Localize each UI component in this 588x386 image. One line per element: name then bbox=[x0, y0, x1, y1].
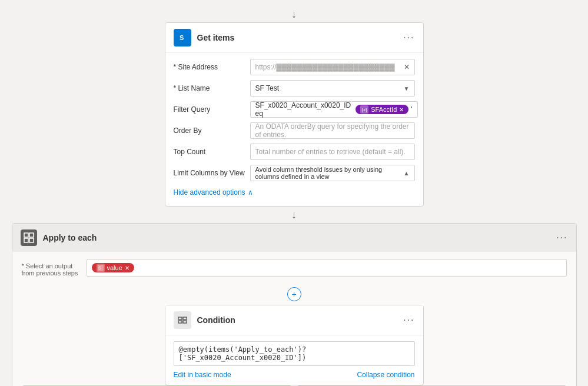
condition-expression[interactable]: @empty(items('Apply_to_each')?['SF_x0020… bbox=[174, 341, 415, 366]
filter-query-label: Filter Query bbox=[174, 105, 250, 114]
limit-columns-label: Limit Columns by View bbox=[174, 169, 250, 177]
list-name-input[interactable]: SF Test ▼ bbox=[250, 80, 415, 96]
apply-each-svg bbox=[24, 232, 34, 243]
limit-columns-value: Avoid column threshold issues by only us… bbox=[255, 166, 404, 180]
get-items-header: S Get items ··· bbox=[165, 23, 423, 53]
value-token-icon: S bbox=[97, 264, 105, 272]
get-items-card: S Get items ··· * Site Address https://▓… bbox=[165, 22, 424, 207]
token-label: SFAcctId bbox=[371, 106, 397, 113]
top-count-placeholder: Total number of entries to retrieve (def… bbox=[255, 148, 406, 156]
hide-advanced-btn[interactable]: Hide advanced options ∧ bbox=[174, 186, 415, 200]
filter-query-text: SF_x0020_Account_x0020_ID eq bbox=[255, 101, 351, 118]
token-close[interactable]: ✕ bbox=[399, 107, 404, 113]
condition-menu[interactable]: ··· bbox=[403, 315, 414, 325]
site-address-value: https://▓▓▓▓▓▓▓▓▓▓▓▓▓▓▓▓▓▓▓▓▓▓▓ bbox=[255, 63, 395, 71]
edit-basic-mode-link[interactable]: Edit in basic mode bbox=[174, 371, 231, 379]
condition-body: @empty(items('Apply_to_each')?['SF_x0020… bbox=[165, 335, 423, 385]
svg-text:S: S bbox=[180, 34, 184, 41]
svg-rect-3 bbox=[29, 233, 34, 237]
svg-rect-9 bbox=[183, 317, 187, 320]
svg-rect-5 bbox=[29, 238, 34, 242]
limit-columns-dropdown-arrow[interactable]: ▲ bbox=[404, 170, 410, 177]
top-count-label: Top Count bbox=[174, 148, 250, 156]
apply-each-container: Apply to each ··· * Select an output fro… bbox=[12, 223, 577, 386]
apply-each-title: Apply to each bbox=[43, 233, 557, 242]
limit-columns-row: Limit Columns by View Avoid column thres… bbox=[174, 165, 415, 181]
svg-rect-4 bbox=[24, 238, 28, 242]
apply-each-menu[interactable]: ··· bbox=[556, 232, 567, 243]
top-count-input[interactable]: Total number of entries to retrieve (def… bbox=[250, 144, 415, 160]
site-address-label: * Site Address bbox=[174, 63, 250, 71]
svg-rect-11 bbox=[183, 321, 187, 323]
token-icon: {x} bbox=[360, 105, 368, 114]
value-token-close[interactable]: ✕ bbox=[125, 265, 129, 271]
flow-canvas: ↓ S Get items ··· * Site Address https:/… bbox=[0, 0, 588, 386]
list-name-dropdown-arrow[interactable]: ▼ bbox=[404, 85, 410, 92]
apply-each-header: Apply to each ··· bbox=[12, 224, 576, 252]
order-by-input[interactable]: An ODATA orderBy query for specifying th… bbox=[250, 122, 415, 139]
filter-query-token[interactable]: {x} SFAcctId ✕ bbox=[356, 105, 408, 114]
order-by-label: Order By bbox=[174, 127, 250, 135]
list-name-row: * List Name SF Test ▼ bbox=[174, 80, 415, 96]
apply-each-body: * Select an output from previous steps S… bbox=[12, 252, 576, 386]
hide-advanced-label: Hide advanced options bbox=[174, 188, 245, 197]
condition-svg bbox=[177, 315, 188, 325]
sharepoint-icon: S bbox=[177, 32, 188, 43]
value-token[interactable]: S value ✕ bbox=[92, 263, 134, 272]
collapse-condition-link[interactable]: Collapse condition bbox=[357, 371, 414, 379]
limit-columns-input[interactable]: Avoid column threshold issues by only us… bbox=[250, 165, 415, 181]
add-step-btn[interactable]: + bbox=[287, 287, 301, 301]
select-output-input[interactable]: S value ✕ bbox=[87, 259, 567, 277]
site-address-row: * Site Address https://▓▓▓▓▓▓▓▓▓▓▓▓▓▓▓▓▓… bbox=[174, 59, 415, 75]
get-items-title: Get items bbox=[197, 33, 404, 42]
hide-advanced-chevron: ∧ bbox=[248, 188, 253, 197]
filter-query-input[interactable]: SF_x0020_Account_x0020_ID eq {x} SFAcctI… bbox=[250, 101, 418, 118]
get-items-body: * Site Address https://▓▓▓▓▓▓▓▓▓▓▓▓▓▓▓▓▓… bbox=[165, 53, 423, 206]
filter-query-post: ' bbox=[411, 105, 412, 114]
site-address-input[interactable]: https://▓▓▓▓▓▓▓▓▓▓▓▓▓▓▓▓▓▓▓▓▓▓▓ ✕ bbox=[250, 59, 415, 75]
apply-each-icon bbox=[21, 229, 37, 246]
get-items-icon: S bbox=[174, 29, 191, 46]
condition-links: Edit in basic mode Collapse condition bbox=[174, 371, 415, 379]
condition-icon bbox=[174, 311, 191, 329]
condition-header: Condition ··· bbox=[165, 305, 423, 335]
svg-text:S: S bbox=[98, 266, 101, 270]
site-address-clear[interactable]: ✕ bbox=[404, 63, 410, 71]
arrow-top: ↓ bbox=[288, 8, 300, 20]
order-by-placeholder: An ODATA orderBy query for specifying th… bbox=[255, 122, 410, 139]
filter-query-row: Filter Query SF_x0020_Account_x0020_ID e… bbox=[174, 101, 415, 118]
list-name-value: SF Test bbox=[255, 84, 279, 92]
svg-rect-2 bbox=[24, 233, 28, 237]
condition-title: Condition bbox=[197, 315, 404, 325]
svg-rect-8 bbox=[178, 317, 182, 320]
condition-card: Condition ··· @empty(items('Apply_to_eac… bbox=[165, 305, 424, 385]
value-token-label: value bbox=[107, 264, 122, 271]
svg-rect-10 bbox=[178, 321, 182, 323]
arrow-mid: ↓ bbox=[288, 209, 300, 221]
top-count-row: Top Count Total number of entries to ret… bbox=[174, 144, 415, 160]
red-token-icon: S bbox=[98, 265, 104, 271]
list-name-label: * List Name bbox=[174, 84, 250, 92]
order-by-row: Order By An ODATA orderBy query for spec… bbox=[174, 122, 415, 139]
get-items-menu[interactable]: ··· bbox=[403, 32, 414, 43]
select-output-label: * Select an output from previous steps bbox=[22, 259, 81, 277]
select-output-row: * Select an output from previous steps S… bbox=[22, 259, 567, 277]
